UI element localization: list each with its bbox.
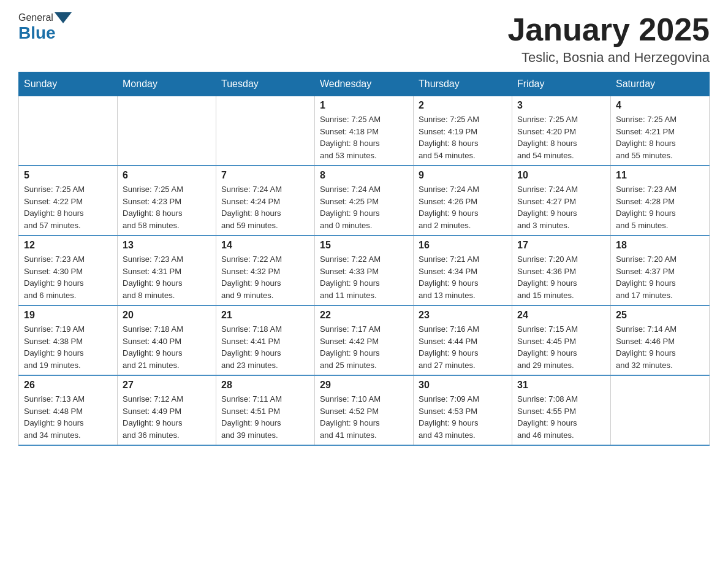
calendar-cell: 13Sunrise: 7:23 AM Sunset: 4:31 PM Dayli…	[118, 236, 216, 305]
page-header: General Blue January 2025 Teslic, Bosnia…	[18, 12, 710, 66]
calendar-cell: 27Sunrise: 7:12 AM Sunset: 4:49 PM Dayli…	[118, 375, 216, 445]
day-info: Sunrise: 7:22 AM Sunset: 4:33 PM Dayligh…	[320, 253, 408, 301]
calendar-cell: 24Sunrise: 7:15 AM Sunset: 4:45 PM Dayli…	[512, 305, 611, 375]
day-info: Sunrise: 7:25 AM Sunset: 4:22 PM Dayligh…	[24, 183, 112, 231]
calendar-cell: 12Sunrise: 7:23 AM Sunset: 4:30 PM Dayli…	[19, 236, 118, 305]
day-number: 1	[320, 100, 408, 111]
weekday-header-tuesday: Tuesday	[216, 72, 315, 96]
calendar-cell: 23Sunrise: 7:16 AM Sunset: 4:44 PM Dayli…	[414, 305, 512, 375]
day-number: 6	[123, 170, 211, 181]
week-row-3: 12Sunrise: 7:23 AM Sunset: 4:30 PM Dayli…	[19, 236, 710, 305]
calendar-cell: 8Sunrise: 7:24 AM Sunset: 4:25 PM Daylig…	[315, 166, 414, 236]
day-info: Sunrise: 7:25 AM Sunset: 4:19 PM Dayligh…	[419, 113, 507, 161]
day-info: Sunrise: 7:25 AM Sunset: 4:21 PM Dayligh…	[616, 113, 704, 161]
calendar-cell: 11Sunrise: 7:23 AM Sunset: 4:28 PM Dayli…	[611, 166, 710, 236]
day-number: 11	[616, 170, 704, 181]
weekday-header-sunday: Sunday	[19, 72, 118, 96]
day-number: 22	[320, 310, 408, 321]
day-number: 7	[221, 170, 309, 181]
day-number: 10	[517, 170, 605, 181]
day-number: 30	[419, 380, 507, 391]
day-number: 23	[419, 310, 507, 321]
calendar-cell: 14Sunrise: 7:22 AM Sunset: 4:32 PM Dayli…	[216, 236, 315, 305]
page-subtitle: Teslic, Bosnia and Herzegovina	[507, 50, 710, 66]
day-info: Sunrise: 7:24 AM Sunset: 4:26 PM Dayligh…	[419, 183, 507, 231]
day-number: 25	[616, 310, 704, 321]
day-number: 19	[24, 310, 112, 321]
day-number: 15	[320, 240, 408, 251]
calendar-cell: 10Sunrise: 7:24 AM Sunset: 4:27 PM Dayli…	[512, 166, 611, 236]
calendar-cell: 21Sunrise: 7:18 AM Sunset: 4:41 PM Dayli…	[216, 305, 315, 375]
day-info: Sunrise: 7:16 AM Sunset: 4:44 PM Dayligh…	[419, 323, 507, 371]
weekday-header-saturday: Saturday	[611, 72, 710, 96]
calendar-cell: 5Sunrise: 7:25 AM Sunset: 4:22 PM Daylig…	[19, 166, 118, 236]
day-number: 31	[517, 380, 605, 391]
week-row-4: 19Sunrise: 7:19 AM Sunset: 4:38 PM Dayli…	[19, 305, 710, 375]
day-info: Sunrise: 7:09 AM Sunset: 4:53 PM Dayligh…	[419, 393, 507, 441]
day-number: 28	[221, 380, 309, 391]
day-number: 2	[419, 100, 507, 111]
week-row-2: 5Sunrise: 7:25 AM Sunset: 4:22 PM Daylig…	[19, 166, 710, 236]
calendar-cell: 2Sunrise: 7:25 AM Sunset: 4:19 PM Daylig…	[414, 96, 512, 166]
day-number: 24	[517, 310, 605, 321]
day-number: 17	[517, 240, 605, 251]
calendar-cell: 31Sunrise: 7:08 AM Sunset: 4:55 PM Dayli…	[512, 375, 611, 445]
day-number: 21	[221, 310, 309, 321]
day-info: Sunrise: 7:08 AM Sunset: 4:55 PM Dayligh…	[517, 393, 605, 441]
calendar-cell: 26Sunrise: 7:13 AM Sunset: 4:48 PM Dayli…	[19, 375, 118, 445]
calendar-cell	[611, 375, 710, 445]
calendar-cell: 22Sunrise: 7:17 AM Sunset: 4:42 PM Dayli…	[315, 305, 414, 375]
weekday-header-wednesday: Wednesday	[315, 72, 414, 96]
day-number: 9	[419, 170, 507, 181]
day-info: Sunrise: 7:20 AM Sunset: 4:37 PM Dayligh…	[616, 253, 704, 301]
calendar-cell: 9Sunrise: 7:24 AM Sunset: 4:26 PM Daylig…	[414, 166, 512, 236]
logo-general-text: General	[18, 12, 53, 23]
day-info: Sunrise: 7:18 AM Sunset: 4:41 PM Dayligh…	[221, 323, 309, 371]
calendar-cell: 19Sunrise: 7:19 AM Sunset: 4:38 PM Dayli…	[19, 305, 118, 375]
day-info: Sunrise: 7:19 AM Sunset: 4:38 PM Dayligh…	[24, 323, 112, 371]
day-info: Sunrise: 7:25 AM Sunset: 4:18 PM Dayligh…	[320, 113, 408, 161]
day-info: Sunrise: 7:10 AM Sunset: 4:52 PM Dayligh…	[320, 393, 408, 441]
day-info: Sunrise: 7:18 AM Sunset: 4:40 PM Dayligh…	[123, 323, 211, 371]
calendar-table: SundayMondayTuesdayWednesdayThursdayFrid…	[18, 72, 710, 446]
day-number: 29	[320, 380, 408, 391]
day-number: 3	[517, 100, 605, 111]
day-number: 20	[123, 310, 211, 321]
day-number: 14	[221, 240, 309, 251]
day-info: Sunrise: 7:24 AM Sunset: 4:24 PM Dayligh…	[221, 183, 309, 231]
calendar-cell: 4Sunrise: 7:25 AM Sunset: 4:21 PM Daylig…	[611, 96, 710, 166]
calendar-cell: 20Sunrise: 7:18 AM Sunset: 4:40 PM Dayli…	[118, 305, 216, 375]
weekday-header-row: SundayMondayTuesdayWednesdayThursdayFrid…	[19, 72, 710, 96]
week-row-5: 26Sunrise: 7:13 AM Sunset: 4:48 PM Dayli…	[19, 375, 710, 445]
calendar-cell: 18Sunrise: 7:20 AM Sunset: 4:37 PM Dayli…	[611, 236, 710, 305]
day-info: Sunrise: 7:22 AM Sunset: 4:32 PM Dayligh…	[221, 253, 309, 301]
day-number: 13	[123, 240, 211, 251]
logo-arrow-icon	[55, 12, 72, 23]
calendar-cell: 30Sunrise: 7:09 AM Sunset: 4:53 PM Dayli…	[414, 375, 512, 445]
day-info: Sunrise: 7:13 AM Sunset: 4:48 PM Dayligh…	[24, 393, 112, 441]
calendar-cell: 3Sunrise: 7:25 AM Sunset: 4:20 PM Daylig…	[512, 96, 611, 166]
title-area: January 2025 Teslic, Bosnia and Herzegov…	[507, 12, 710, 66]
weekday-header-monday: Monday	[118, 72, 216, 96]
day-number: 4	[616, 100, 704, 111]
calendar-cell	[19, 96, 118, 166]
week-row-1: 1Sunrise: 7:25 AM Sunset: 4:18 PM Daylig…	[19, 96, 710, 166]
day-number: 8	[320, 170, 408, 181]
weekday-header-friday: Friday	[512, 72, 611, 96]
calendar-cell: 16Sunrise: 7:21 AM Sunset: 4:34 PM Dayli…	[414, 236, 512, 305]
day-info: Sunrise: 7:23 AM Sunset: 4:30 PM Dayligh…	[24, 253, 112, 301]
day-info: Sunrise: 7:12 AM Sunset: 4:49 PM Dayligh…	[123, 393, 211, 441]
day-info: Sunrise: 7:24 AM Sunset: 4:27 PM Dayligh…	[517, 183, 605, 231]
day-info: Sunrise: 7:24 AM Sunset: 4:25 PM Dayligh…	[320, 183, 408, 231]
page-title: January 2025	[507, 12, 710, 47]
day-number: 16	[419, 240, 507, 251]
calendar-cell: 25Sunrise: 7:14 AM Sunset: 4:46 PM Dayli…	[611, 305, 710, 375]
calendar-cell: 6Sunrise: 7:25 AM Sunset: 4:23 PM Daylig…	[118, 166, 216, 236]
logo-blue-text: Blue	[18, 23, 56, 43]
calendar-cell: 17Sunrise: 7:20 AM Sunset: 4:36 PM Dayli…	[512, 236, 611, 305]
calendar-cell: 15Sunrise: 7:22 AM Sunset: 4:33 PM Dayli…	[315, 236, 414, 305]
day-info: Sunrise: 7:17 AM Sunset: 4:42 PM Dayligh…	[320, 323, 408, 371]
day-number: 26	[24, 380, 112, 391]
day-info: Sunrise: 7:21 AM Sunset: 4:34 PM Dayligh…	[419, 253, 507, 301]
calendar-cell: 1Sunrise: 7:25 AM Sunset: 4:18 PM Daylig…	[315, 96, 414, 166]
